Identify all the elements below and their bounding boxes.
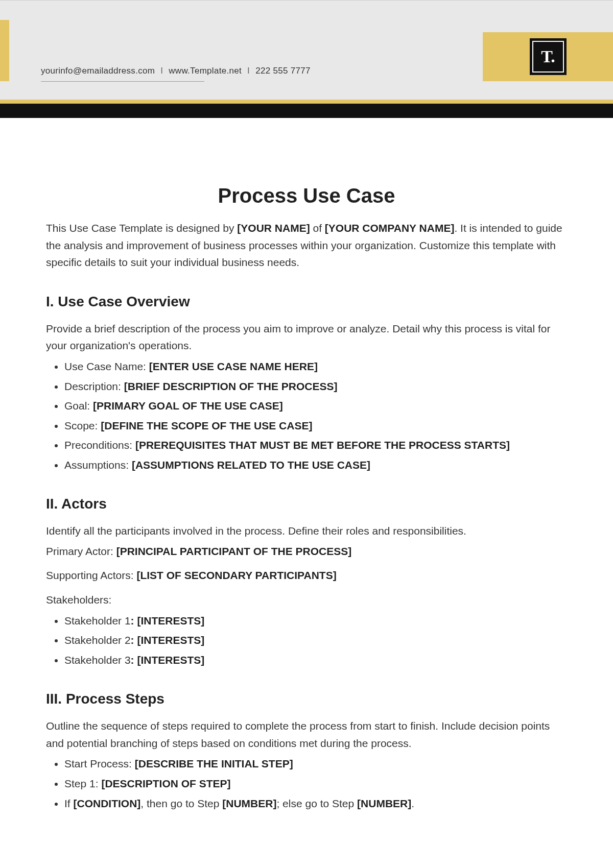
- section-steps-desc: Outline the sequence of steps required t…: [46, 717, 567, 752]
- placeholder: [INTERESTS]: [137, 654, 204, 666]
- list-item: Use Case Name: [ENTER USE CASE NAME HERE…: [64, 358, 567, 375]
- placeholder: [INTERESTS]: [137, 615, 204, 626]
- separator: I: [244, 66, 253, 76]
- colon: :: [131, 634, 137, 646]
- colon: :: [131, 615, 137, 626]
- list-item: Preconditions: [PREREQUISITES THAT MUST …: [64, 437, 567, 454]
- contact-website: www.Template.net: [169, 66, 242, 76]
- item-label: Stakeholder 3: [64, 654, 131, 666]
- item-label: Primary Actor:: [46, 545, 116, 557]
- logo-icon: T.: [530, 38, 567, 75]
- stakeholders-label: Stakeholders:: [46, 591, 567, 609]
- placeholder: [DESCRIBE THE INITIAL STEP]: [135, 758, 293, 769]
- document-body: Process Use Case This Use Case Template …: [0, 118, 613, 836]
- placeholder-your-name: [YOUR NAME]: [237, 222, 310, 234]
- item-label: Stakeholder 1: [64, 615, 131, 626]
- contact-line: yourinfo@emailaddress.com I www.Template…: [41, 66, 311, 76]
- stripe-gold: [0, 100, 613, 104]
- intro-text: of: [310, 222, 325, 234]
- item-label: Scope:: [64, 420, 101, 431]
- placeholder: [PRINCIPAL PARTICIPANT OF THE PROCESS]: [116, 545, 351, 557]
- contact-underline: [41, 81, 204, 82]
- cond-text: , then go to Step: [140, 798, 222, 809]
- item-label: Assumptions:: [64, 459, 132, 471]
- placeholder: [LIST OF SECONDARY PARTICIPANTS]: [136, 569, 336, 581]
- section-overview-desc: Provide a brief description of the proce…: [46, 320, 567, 354]
- placeholder: [PREREQUISITES THAT MUST BE MET BEFORE T…: [135, 439, 510, 451]
- item-label: Start Process:: [64, 758, 135, 769]
- list-item: Step 1: [DESCRIPTION OF STEP]: [64, 776, 567, 792]
- placeholder: [ASSUMPTIONS RELATED TO THE USE CASE]: [132, 459, 370, 471]
- stakeholders-list: Stakeholder 1: [INTERESTS] Stakeholder 2…: [46, 613, 567, 669]
- list-item: Goal: [PRIMARY GOAL OF THE USE CASE]: [64, 398, 567, 415]
- placeholder: [CONDITION]: [74, 798, 141, 809]
- list-item: Assumptions: [ASSUMPTIONS RELATED TO THE…: [64, 457, 567, 474]
- placeholder: [BRIEF DESCRIPTION OF THE PROCESS]: [124, 380, 338, 392]
- list-item: Stakeholder 3: [INTERESTS]: [64, 652, 567, 669]
- intro-paragraph: This Use Case Template is designed by [Y…: [46, 220, 567, 271]
- accent-tab-left: [0, 20, 9, 81]
- placeholder: [INTERESTS]: [137, 634, 204, 646]
- cond-text: ; else go to Step: [276, 798, 357, 809]
- letterhead: yourinfo@emailaddress.com I www.Template…: [0, 0, 613, 100]
- item-label: Description:: [64, 380, 124, 392]
- placeholder: [PRIMARY GOAL OF THE USE CASE]: [93, 400, 283, 412]
- colon: :: [131, 654, 137, 666]
- item-label: Stakeholder 2: [64, 634, 131, 646]
- cond-text: .: [411, 798, 414, 809]
- logo-text: T.: [541, 47, 555, 66]
- placeholder: [ENTER USE CASE NAME HERE]: [149, 360, 318, 372]
- contact-phone: 222 555 7777: [255, 66, 311, 76]
- cond-text: If: [64, 798, 74, 809]
- item-label: Preconditions:: [64, 439, 135, 451]
- intro-text: This Use Case Template is designed by: [46, 222, 237, 234]
- item-label: Use Case Name:: [64, 360, 149, 372]
- list-item: Scope: [DEFINE THE SCOPE OF THE USE CASE…: [64, 418, 567, 435]
- placeholder: [NUMBER]: [222, 798, 276, 809]
- section-heading-overview: I. Use Case Overview: [46, 294, 567, 310]
- placeholder: [NUMBER]: [357, 798, 411, 809]
- page-title: Process Use Case: [46, 184, 567, 207]
- list-item: Start Process: [DESCRIBE THE INITIAL STE…: [64, 756, 567, 773]
- section-heading-steps: III. Process Steps: [46, 691, 567, 707]
- list-item: If [CONDITION], then go to Step [NUMBER]…: [64, 795, 567, 812]
- list-item: Description: [BRIEF DESCRIPTION OF THE P…: [64, 378, 567, 395]
- item-label: Goal:: [64, 400, 93, 412]
- section-heading-actors: II. Actors: [46, 496, 567, 512]
- overview-list: Use Case Name: [ENTER USE CASE NAME HERE…: [46, 358, 567, 473]
- item-label: Step 1:: [64, 778, 101, 789]
- placeholder-company-name: [YOUR COMPANY NAME]: [325, 222, 455, 234]
- placeholder: [DEFINE THE SCOPE OF THE USE CASE]: [101, 420, 312, 431]
- placeholder: [DESCRIPTION OF STEP]: [101, 778, 230, 789]
- section-actors-desc: Identify all the participants involved i…: [46, 522, 567, 540]
- logo-box: T.: [483, 32, 613, 81]
- separator: I: [157, 66, 166, 76]
- contact-email: yourinfo@emailaddress.com: [41, 66, 155, 76]
- item-label: Supporting Actors:: [46, 569, 136, 581]
- list-item: Stakeholder 1: [INTERESTS]: [64, 613, 567, 630]
- list-item: Stakeholder 2: [INTERESTS]: [64, 632, 567, 649]
- primary-actor-line: Primary Actor: [PRINCIPAL PARTICIPANT OF…: [46, 543, 567, 560]
- steps-list: Start Process: [DESCRIBE THE INITIAL STE…: [46, 756, 567, 812]
- stripe-black: [0, 104, 613, 118]
- supporting-actors-line: Supporting Actors: [LIST OF SECONDARY PA…: [46, 567, 567, 584]
